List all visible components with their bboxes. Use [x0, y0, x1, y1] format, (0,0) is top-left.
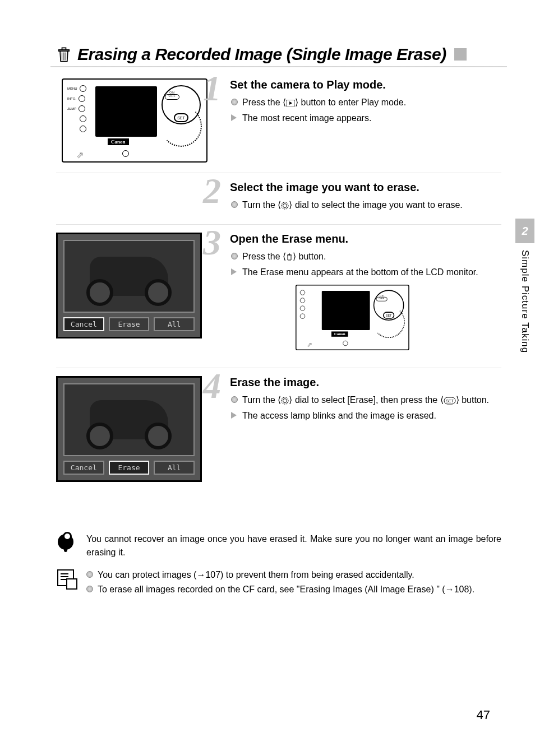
- step-3: Cancel Erase All 3 Open the Erase menu. …: [56, 233, 501, 363]
- warning-icon: [58, 534, 73, 550]
- camera-set-button: SET: [383, 312, 394, 318]
- tip-item: You can protect images (→107) to prevent…: [86, 568, 501, 582]
- tip-item: To erase all images recorded on the CF c…: [86, 583, 501, 596]
- notes-section: You cannot recover an image once you hav…: [56, 532, 501, 597]
- dial-icon: [281, 201, 289, 210]
- camera-trash-button: [343, 341, 348, 346]
- camera-back-diagram: MENU INFO. JUMP Canon SET ⇗: [62, 78, 207, 163]
- note-icon: [57, 569, 74, 586]
- warning-text: You cannot recover an image once you hav…: [86, 532, 501, 559]
- lcd-screenshot-erase-menu: Cancel Erase All: [56, 233, 202, 338]
- camera-control-dial: SET: [373, 290, 404, 321]
- step-heading: Select the image you want to erase.: [230, 181, 501, 194]
- heading-accent-block: [454, 48, 467, 61]
- title-divider: [50, 66, 507, 67]
- trash-icon: [56, 46, 72, 63]
- step-1: MENU INFO. JUMP Canon SET ⇗ 1: [56, 78, 501, 168]
- lcd-option-erase: Erase: [109, 461, 150, 475]
- lcd-option-cancel: Cancel: [63, 461, 104, 475]
- step-number: 4: [203, 368, 221, 404]
- lcd-option-cancel: Cancel: [63, 317, 104, 331]
- step-number: 1: [203, 71, 221, 106]
- instruction-item: Press the ⟨⟩ button.: [242, 250, 501, 263]
- step-4: Cancel Erase All 4 Erase the image. Turn…: [56, 376, 501, 488]
- svg-point-1: [282, 202, 288, 209]
- play-icon: [286, 99, 295, 108]
- instruction-item: Press the ⟨⟩ button to enter Play mode.: [242, 96, 501, 109]
- lcd-option-all: All: [154, 317, 195, 331]
- svg-text:SET: SET: [446, 399, 454, 403]
- camera-brand-logo: Canon: [108, 138, 129, 145]
- step-number: 3: [203, 225, 221, 261]
- result-item: The most recent image appears.: [242, 112, 501, 125]
- step-heading: Erase the image.: [230, 376, 501, 389]
- trash-icon: [286, 253, 293, 262]
- instruction-item: Turn the ⟨⟩ dial to select [Erase], then…: [242, 393, 501, 407]
- lcd-option-erase: Erase: [109, 317, 150, 331]
- svg-point-4: [283, 398, 287, 402]
- lcd-screenshot-erase-selected: Cancel Erase All: [56, 376, 202, 482]
- chapter-side-tab: 2 Simple Picture Taking: [515, 219, 535, 353]
- chapter-label: Simple Picture Taking: [519, 248, 531, 353]
- pointer-arrow-icon: ⇗: [307, 340, 312, 349]
- chapter-number-chip: 2: [515, 219, 534, 243]
- step-heading: Open the Erase menu.: [230, 233, 501, 245]
- camera-set-button: SET: [174, 113, 188, 122]
- svg-point-2: [283, 203, 287, 207]
- step-2: 2 Select the image you want to erase. Tu…: [56, 181, 501, 220]
- lcd-option-all: All: [154, 461, 195, 475]
- camera-label-menu: MENU: [67, 87, 77, 90]
- page-number: 47: [477, 708, 490, 722]
- set-icon: SET: [444, 396, 456, 405]
- svg-point-3: [282, 397, 288, 404]
- camera-label-info: INFO.: [67, 97, 76, 100]
- dial-icon: [281, 396, 289, 405]
- camera-brand-logo: Canon: [331, 331, 348, 336]
- result-item: The access lamp blinks and the image is …: [242, 409, 501, 423]
- step-number: 2: [203, 173, 221, 209]
- camera-trash-button: [122, 150, 129, 157]
- page-title: Erasing a Recorded Image (Single Image E…: [77, 45, 446, 64]
- pointer-arrow-icon: ⇗: [76, 150, 84, 160]
- camera-back-diagram-small: Canon SET ⇗: [296, 285, 409, 350]
- step-heading: Set the camera to Play mode.: [230, 78, 501, 91]
- camera-label-jump: JUMP: [67, 107, 76, 110]
- result-item: The Erase menu appears at the bottom of …: [242, 266, 501, 279]
- instruction-item: Turn the ⟨⟩ dial to select the image you…: [242, 198, 501, 212]
- camera-control-dial: SET: [162, 85, 201, 124]
